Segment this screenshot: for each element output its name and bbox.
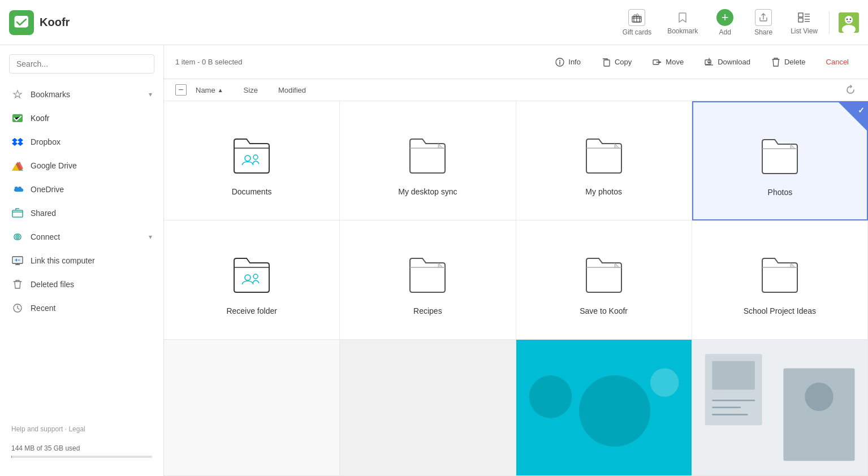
bookmark-icon xyxy=(675,10,690,25)
copy-button[interactable]: Copy xyxy=(593,54,640,71)
deleted-files-label: Deleted files xyxy=(31,280,152,289)
svg-point-41 xyxy=(805,383,833,411)
svg-point-13 xyxy=(847,18,848,20)
plus-icon: + xyxy=(716,9,733,26)
gift-cards-button[interactable]: Gift cards xyxy=(616,5,658,41)
svg-rect-4 xyxy=(798,13,803,17)
file-cell-img-1[interactable] xyxy=(164,340,340,476)
help-link[interactable]: Help and support xyxy=(11,425,63,433)
sidebar-item-bookmarks[interactable]: Bookmarks ▾ xyxy=(0,83,163,106)
copy-label: Copy xyxy=(615,58,632,66)
svg-rect-16 xyxy=(12,210,23,217)
download-button[interactable]: Download xyxy=(696,54,758,71)
file-cell-documents[interactable]: Documents xyxy=(164,101,340,220)
cancel-button[interactable]: Cancel xyxy=(818,54,857,70)
download-icon xyxy=(704,57,714,67)
file-cell-receive-folder[interactable]: Receive folder xyxy=(164,220,340,340)
sidebar-item-link-computer[interactable]: Link this computer xyxy=(0,249,163,272)
svg-point-22 xyxy=(559,60,560,61)
refresh-button[interactable] xyxy=(844,84,857,96)
file-cell-img-4[interactable] xyxy=(692,340,868,476)
folder-icon-save-to-koofr xyxy=(581,249,627,300)
file-cell-desktop-sync[interactable]: My desktop sync xyxy=(340,101,516,220)
legal-link[interactable]: Legal xyxy=(68,425,85,433)
file-cell-recipes[interactable]: Recipes xyxy=(340,220,516,340)
header-divider xyxy=(829,11,830,34)
svg-point-31 xyxy=(529,375,572,418)
share-button[interactable]: Share xyxy=(745,5,781,41)
onedrive-icon xyxy=(11,183,24,196)
check-mark: ✓ xyxy=(858,106,865,115)
add-button[interactable]: + Add xyxy=(707,5,743,41)
sidebar-item-google-drive[interactable]: Google Drive xyxy=(0,154,163,178)
sidebar-item-shared[interactable]: Shared xyxy=(0,201,163,225)
file-cell-school-project[interactable]: School Project Ideas xyxy=(692,220,868,340)
header: Koofr Gift cards Bookmark xyxy=(0,0,868,45)
sidebar-item-deleted-files[interactable]: Deleted files xyxy=(0,272,163,296)
file-grid: Documents My desktop sync xyxy=(164,101,868,476)
delete-button[interactable]: Delete xyxy=(763,54,814,71)
list-view-label: List View xyxy=(791,27,818,35)
trash-icon xyxy=(11,278,24,291)
sidebar-item-dropbox[interactable]: Dropbox xyxy=(0,130,163,154)
gift-cards-label: Gift cards xyxy=(623,28,651,36)
connect-arrow: ▾ xyxy=(149,233,152,241)
gdrive-icon xyxy=(11,159,24,172)
select-all-checkbox[interactable]: − xyxy=(175,84,187,96)
info-icon xyxy=(555,57,565,67)
sidebar-item-onedrive[interactable]: OneDrive xyxy=(0,178,163,201)
shared-label: Shared xyxy=(31,209,152,218)
connect-label: Connect xyxy=(31,232,142,241)
add-label: Add xyxy=(719,28,731,36)
file-name-save-to-koofr: Save to Koofr xyxy=(580,306,628,315)
folder-icon-receive-folder xyxy=(229,249,274,300)
svg-rect-36 xyxy=(712,361,755,390)
file-cell-save-to-koofr[interactable]: Save to Koofr xyxy=(516,220,692,340)
file-cell-img-3[interactable] xyxy=(516,340,692,476)
sidebar-item-connect[interactable]: Connect ▾ xyxy=(0,225,163,249)
recent-icon xyxy=(11,302,24,314)
svg-point-14 xyxy=(850,18,852,20)
file-name-receive-folder: Receive folder xyxy=(226,306,277,315)
svg-rect-19 xyxy=(14,258,21,262)
folder-icon-recipes xyxy=(405,249,450,300)
sidebar-item-koofr[interactable]: Koofr xyxy=(0,106,163,130)
name-col-header[interactable]: Name ▲ xyxy=(196,86,223,94)
bookmark-button[interactable]: Bookmark xyxy=(660,6,705,40)
info-label: Info xyxy=(568,58,581,66)
dropbox-label: Dropbox xyxy=(31,137,152,146)
list-view-button[interactable]: List View xyxy=(784,6,824,40)
file-cell-my-photos[interactable]: My photos xyxy=(516,101,692,220)
move-label: Move xyxy=(666,58,684,66)
koofr-icon xyxy=(11,112,24,124)
link-computer-icon xyxy=(11,254,24,267)
copy-icon xyxy=(601,57,611,67)
list-view-icon xyxy=(797,10,811,25)
sidebar-item-recent[interactable]: Recent xyxy=(0,296,163,320)
info-button[interactable]: Info xyxy=(547,54,589,71)
file-name-desktop-sync: My desktop sync xyxy=(398,187,457,196)
onedrive-label: OneDrive xyxy=(31,185,152,194)
svg-rect-5 xyxy=(798,18,803,22)
size-col-header[interactable]: Size xyxy=(244,86,258,94)
download-label: Download xyxy=(718,58,750,66)
name-sort-arrow: ▲ xyxy=(218,87,223,93)
svg-point-17 xyxy=(17,236,19,238)
app-logo-icon xyxy=(9,10,34,35)
folder-icon-my-photos xyxy=(581,129,627,180)
file-name-recipes: Recipes xyxy=(413,306,442,315)
folder-icon-desktop-sync xyxy=(405,129,450,180)
bookmark-label: Bookmark xyxy=(667,27,698,35)
file-cell-photos[interactable]: ✓ Photos xyxy=(692,101,868,220)
move-button[interactable]: Move xyxy=(644,54,692,71)
star-icon xyxy=(11,88,24,101)
file-cell-img-2[interactable] xyxy=(340,340,516,476)
bookmarks-arrow: ▾ xyxy=(149,90,152,98)
search-input[interactable] xyxy=(9,54,154,73)
main-content: 1 item - 0 B selected Info xyxy=(164,45,868,476)
modified-col-header[interactable]: Modified xyxy=(278,86,306,94)
action-toolbar: 1 item - 0 B selected Info xyxy=(164,45,868,79)
avatar[interactable] xyxy=(839,12,859,33)
header-actions: Gift cards Bookmark + Add Share xyxy=(616,5,859,41)
folder-icon-school-project xyxy=(757,249,802,300)
